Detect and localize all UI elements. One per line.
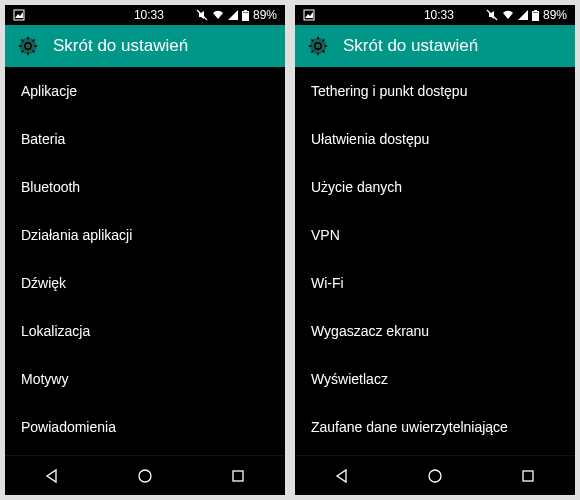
mute-icon — [486, 9, 498, 21]
recent-button[interactable] — [518, 466, 538, 486]
svg-line-2 — [197, 10, 207, 20]
phone-right: 10:33 89% Skrót do ustawień Tethering i … — [295, 5, 575, 495]
recent-button[interactable] — [228, 466, 248, 486]
status-bar: 10:33 89% — [295, 5, 575, 25]
list-item[interactable]: Motywy — [5, 355, 285, 403]
nav-bar — [295, 455, 575, 495]
mute-icon — [196, 9, 208, 21]
svg-rect-39 — [523, 471, 533, 481]
settings-list-left: Aplikacje Bateria Bluetooth Działania ap… — [5, 67, 285, 455]
list-item[interactable]: VPN — [295, 211, 575, 259]
list-item[interactable]: Wygaszacz ekranu — [295, 307, 575, 355]
list-item[interactable]: Tethering i punkt dostępu — [295, 67, 575, 115]
list-item[interactable]: Wyświetlacz — [295, 355, 575, 403]
list-item[interactable]: Dźwięk — [5, 259, 285, 307]
svg-marker-3 — [228, 10, 238, 20]
home-button[interactable] — [425, 466, 445, 486]
home-button[interactable] — [135, 466, 155, 486]
svg-point-38 — [429, 470, 441, 482]
header-title: Skrót do ustawień — [343, 36, 478, 56]
list-item[interactable]: Aplikacje — [5, 67, 285, 115]
battery-percent: 89% — [253, 8, 277, 22]
gear-icon — [17, 35, 39, 57]
svg-line-22 — [487, 10, 497, 20]
list-item[interactable]: Bluetooth — [5, 163, 285, 211]
list-item[interactable]: Bateria — [5, 115, 285, 163]
battery-icon — [242, 10, 249, 21]
battery-icon — [532, 10, 539, 21]
svg-marker-21 — [305, 12, 313, 18]
list-item[interactable]: Zaufane dane uwierzytelniające — [295, 403, 575, 451]
svg-rect-6 — [242, 12, 248, 20]
picture-icon — [303, 9, 315, 21]
svg-marker-17 — [47, 470, 56, 482]
list-item[interactable]: Wi-Fi — [295, 259, 575, 307]
status-left — [13, 9, 25, 21]
svg-rect-19 — [233, 471, 243, 481]
signal-icon — [228, 10, 238, 20]
svg-rect-26 — [532, 12, 538, 20]
list-item[interactable]: Powiadomienia — [5, 403, 285, 451]
status-bar: 10:33 89% — [5, 5, 285, 25]
wifi-icon — [212, 9, 224, 21]
app-header: Skrót do ustawień — [5, 25, 285, 67]
svg-marker-23 — [518, 10, 528, 20]
picture-icon — [13, 9, 25, 21]
settings-list-right: Tethering i punkt dostępu Ułatwienia dos… — [295, 67, 575, 455]
header-title: Skrót do ustawień — [53, 36, 188, 56]
gear-icon — [307, 35, 329, 57]
wifi-icon — [502, 9, 514, 21]
phone-left: 10:33 89% Skrót do ustawień Aplikacje Ba… — [5, 5, 285, 495]
svg-marker-37 — [337, 470, 346, 482]
back-button[interactable] — [42, 466, 62, 486]
list-item[interactable]: Działania aplikacji — [5, 211, 285, 259]
battery-percent: 89% — [543, 8, 567, 22]
back-button[interactable] — [332, 466, 352, 486]
list-item[interactable]: Lokalizacja — [5, 307, 285, 355]
status-right: 10:33 89% — [424, 8, 567, 22]
status-time: 10:33 — [134, 8, 164, 22]
list-item[interactable]: Użycie danych — [295, 163, 575, 211]
nav-bar — [5, 455, 285, 495]
svg-point-18 — [139, 470, 151, 482]
status-time: 10:33 — [424, 8, 454, 22]
app-header: Skrót do ustawień — [295, 25, 575, 67]
status-right: 10:33 89% — [134, 8, 277, 22]
status-left — [303, 9, 315, 21]
signal-icon — [518, 10, 528, 20]
svg-marker-1 — [15, 12, 23, 18]
list-item[interactable]: Ułatwienia dostępu — [295, 115, 575, 163]
